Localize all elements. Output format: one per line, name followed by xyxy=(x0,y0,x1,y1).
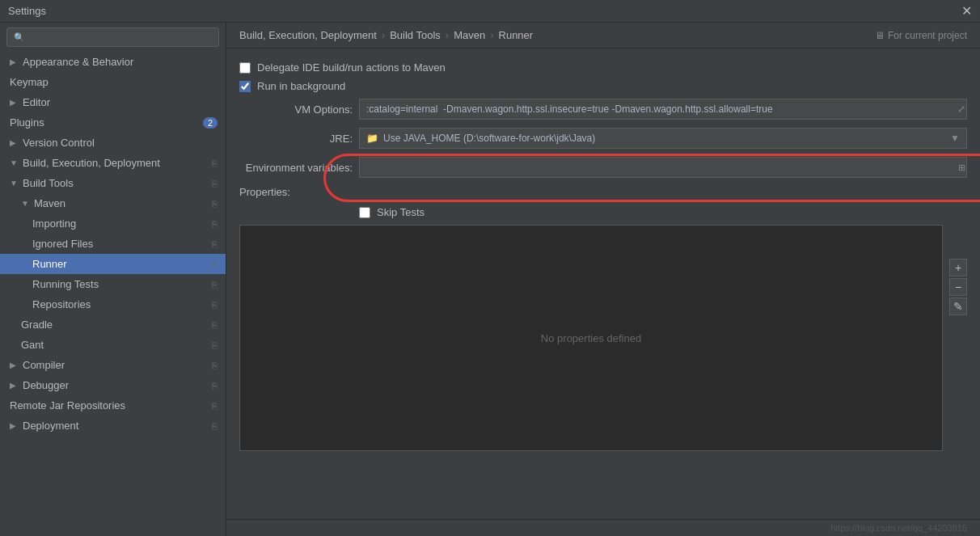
properties-table: No properties defined xyxy=(239,225,943,451)
sidebar-item-label-compiler: Compiler xyxy=(23,359,65,371)
copy-icon-runner: ⎘ xyxy=(212,260,218,269)
skip-tests-row: Skip Tests xyxy=(359,206,967,218)
sidebar-item-plugins[interactable]: Plugins2 xyxy=(0,112,226,133)
breadcrumb: Build, Execution, Deployment › Build Too… xyxy=(226,23,980,49)
expand-icon-maven: ▼ xyxy=(21,199,29,208)
skip-tests-checkbox[interactable] xyxy=(359,207,370,218)
sidebar-item-label-keymap: Keymap xyxy=(10,76,49,88)
properties-label: Properties: xyxy=(239,186,290,198)
sidebar-item-ignored-files[interactable]: Ignored Files⎘ xyxy=(0,234,226,254)
vm-options-label: VM Options: xyxy=(239,103,353,116)
expand-icon-appearance: ▶ xyxy=(10,57,18,66)
properties-section: Properties: Skip Tests + − ✎ No properti… xyxy=(239,186,967,451)
jre-select-container: 📁 Use JAVA_HOME (D:\software-for-work\jd… xyxy=(359,128,967,149)
sidebar-item-runner[interactable]: Runner⎘ xyxy=(0,254,226,274)
sidebar-item-version-control[interactable]: ▶Version Control xyxy=(0,133,226,153)
expand-icon-build-execution: ▼ xyxy=(10,158,18,167)
sidebar-item-build-execution[interactable]: ▼Build, Execution, Deployment⎘ xyxy=(0,153,226,173)
properties-edit-button[interactable]: ✎ xyxy=(949,298,967,315)
properties-remove-button[interactable]: − xyxy=(949,278,967,296)
breadcrumb-sep1: › xyxy=(382,29,385,41)
breadcrumb-sep3: › xyxy=(490,29,493,41)
env-var-input[interactable] xyxy=(359,157,967,178)
jre-label: JRE: xyxy=(239,133,353,145)
sidebar-item-label-build-tools: Build Tools xyxy=(23,177,74,189)
search-input[interactable] xyxy=(30,32,212,43)
folder-icon: 📁 xyxy=(366,133,378,144)
vm-options-input[interactable] xyxy=(359,99,967,120)
sidebar-item-repositories[interactable]: Repositories⎘ xyxy=(0,294,226,314)
sidebar-item-label-deployment: Deployment xyxy=(23,420,78,432)
copy-icon-ignored-files: ⎘ xyxy=(212,239,218,249)
sidebar-item-running-tests[interactable]: Running Tests⎘ xyxy=(0,274,226,294)
expand-icon-version-control: ▶ xyxy=(10,138,18,147)
expand-icon-deployment: ▶ xyxy=(10,421,18,430)
sidebar-item-label-build-execution: Build, Execution, Deployment xyxy=(23,157,160,169)
sidebar-item-maven[interactable]: ▼Maven⎘ xyxy=(0,193,226,213)
sidebar-item-label-ignored-files: Ignored Files xyxy=(32,238,93,250)
delegate-checkbox[interactable] xyxy=(239,62,251,74)
sidebar-item-debugger[interactable]: ▶Debugger⎘ xyxy=(0,375,226,395)
expand-icon-build-tools: ▼ xyxy=(10,179,18,188)
sidebar-item-label-version-control: Version Control xyxy=(23,137,95,149)
copy-icon-build-tools: ⎘ xyxy=(212,179,218,188)
footer: https://blog.csdn.net/qq_44203816 xyxy=(226,519,980,536)
copy-icon-build-execution: ⎘ xyxy=(212,158,218,168)
sidebar-item-label-importing: Importing xyxy=(32,217,76,230)
properties-header-row: Properties: xyxy=(239,186,967,203)
sidebar: 🔍 ▶Appearance & BehaviorKeymap▶EditorPlu… xyxy=(0,23,226,536)
breadcrumb-part3: Maven xyxy=(454,29,485,41)
sidebar-item-label-runner: Runner xyxy=(32,258,67,270)
search-box[interactable]: 🔍 xyxy=(6,27,219,47)
vm-options-row: VM Options: ⤢ xyxy=(239,99,967,120)
copy-icon-compiler: ⎘ xyxy=(212,361,218,370)
breadcrumb-part2: Build Tools xyxy=(390,29,441,41)
run-bg-label[interactable]: Run in background xyxy=(257,80,345,92)
copy-icon-running-tests: ⎘ xyxy=(212,280,218,289)
vm-options-container: ⤢ xyxy=(359,99,967,120)
sidebar-item-keymap[interactable]: Keymap xyxy=(0,72,226,92)
sidebar-item-label-gant: Gant xyxy=(21,339,44,351)
content-area: Build, Execution, Deployment › Build Too… xyxy=(226,23,980,536)
sidebar-item-deployment[interactable]: ▶Deployment⎘ xyxy=(0,416,226,436)
delegate-checkbox-row: Delegate IDE build/run actions to Maven xyxy=(239,61,967,74)
sidebar-item-label-running-tests: Running Tests xyxy=(32,278,99,290)
run-bg-checkbox-row: Run in background xyxy=(239,80,967,92)
sidebar-item-gant[interactable]: Gant⎘ xyxy=(0,335,226,355)
footer-url: https://blog.csdn.net/qq_44203816 xyxy=(830,523,967,533)
no-properties-text: No properties defined xyxy=(541,332,641,344)
breadcrumb-sep2: › xyxy=(446,29,449,41)
delegate-label[interactable]: Delegate IDE build/run actions to Maven xyxy=(257,61,446,74)
jre-dropdown[interactable]: 📁 Use JAVA_HOME (D:\software-for-work\jd… xyxy=(359,128,967,149)
sidebar-item-remote-jar[interactable]: Remote Jar Repositories⎘ xyxy=(0,395,226,416)
run-bg-checkbox[interactable] xyxy=(239,81,251,92)
skip-tests-label[interactable]: Skip Tests xyxy=(377,206,425,218)
env-var-browse-button[interactable]: ⊞ xyxy=(958,162,965,173)
sidebar-item-label-repositories: Repositories xyxy=(32,298,91,310)
sidebar-item-build-tools[interactable]: ▼Build Tools⎘ xyxy=(0,173,226,193)
env-var-container: ⊞ xyxy=(359,157,967,178)
copy-icon-gradle: ⎘ xyxy=(212,320,218,330)
jre-value: Use JAVA_HOME (D:\software-for-work\jdk\… xyxy=(383,133,595,144)
title-text: Settings xyxy=(8,5,46,17)
sidebar-item-label-debugger: Debugger xyxy=(23,379,69,391)
main-layout: 🔍 ▶Appearance & BehaviorKeymap▶EditorPlu… xyxy=(0,23,980,536)
sidebar-item-label-gradle: Gradle xyxy=(21,319,53,331)
breadcrumb-part4: Runner xyxy=(499,29,534,41)
properties-add-button[interactable]: + xyxy=(949,259,967,276)
sidebar-item-label-remote-jar: Remote Jar Repositories xyxy=(10,399,125,411)
for-current-project: 🖥 For current project xyxy=(875,30,967,41)
vm-options-expand-button[interactable]: ⤢ xyxy=(957,103,965,115)
env-vars-label: Environment variables: xyxy=(239,162,353,174)
sidebar-item-importing[interactable]: Importing⎘ xyxy=(0,213,226,234)
sidebar-item-gradle[interactable]: Gradle⎘ xyxy=(0,314,226,335)
properties-toolbar: + − ✎ xyxy=(949,259,967,315)
sidebar-item-compiler[interactable]: ▶Compiler⎘ xyxy=(0,355,226,375)
copy-icon-maven: ⎘ xyxy=(212,199,218,209)
sidebar-item-appearance[interactable]: ▶Appearance & Behavior xyxy=(0,52,226,72)
sidebar-item-editor[interactable]: ▶Editor xyxy=(0,92,226,112)
sidebar-item-label-appearance: Appearance & Behavior xyxy=(23,56,133,68)
close-button[interactable]: ✕ xyxy=(961,3,972,19)
search-icon: 🔍 xyxy=(14,32,25,43)
copy-icon-gant: ⎘ xyxy=(212,340,218,350)
